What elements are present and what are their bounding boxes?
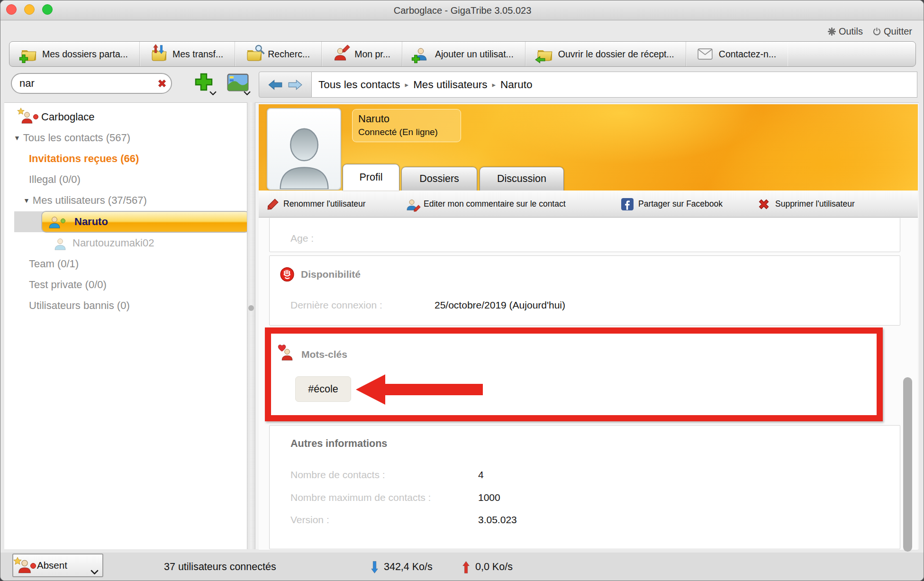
download-rate-value: 342,4 Ko/s xyxy=(384,561,433,573)
add-contact-button[interactable] xyxy=(188,72,219,96)
sidebar-item-label: Illegal (0/0) xyxy=(29,173,81,186)
sidebar-item-team[interactable]: Team (0/1) xyxy=(4,254,247,274)
breadcrumb-separator: ▸ xyxy=(405,81,409,89)
tab-dossiers[interactable]: Dossiers xyxy=(401,167,477,191)
quit-menu-button[interactable]: Quitter xyxy=(872,24,912,38)
sidebar-item-naruto-selected[interactable]: Naruto xyxy=(4,211,247,233)
window-title: Carboglace - GigaTribe 3.05.023 xyxy=(0,0,924,20)
sidebar-item-narutouzumaki02[interactable]: Narutouzumaki02 xyxy=(4,233,247,254)
chevron-down-icon xyxy=(244,91,251,95)
sidebar-item-label: Utilisateurs bannis (0) xyxy=(29,300,130,312)
rename-user-button[interactable]: Renommer l'utilisateur xyxy=(267,191,366,218)
splitter-handle[interactable] xyxy=(248,305,254,311)
profile-panel: Naruto Connecté (En ligne) Profil Dossie… xyxy=(255,102,919,549)
search-input[interactable] xyxy=(18,77,157,90)
profile-status: Connecté (En ligne) xyxy=(358,127,455,137)
sidebar-item-test-private[interactable]: Test private (0/0) xyxy=(4,274,247,295)
forward-arrow-icon[interactable] xyxy=(288,79,302,91)
breadcrumb-item-all-contacts[interactable]: Tous les contacts xyxy=(318,79,400,91)
other-info-title: Autres informations xyxy=(290,438,387,450)
toolbar-label: Mes transf... xyxy=(172,49,223,60)
avatar xyxy=(267,108,341,190)
toolbar-contact-us-button[interactable]: Contactez-n... xyxy=(686,42,788,66)
breadcrumb-separator: ▸ xyxy=(492,81,496,89)
breadcrumb: Tous les contacts ▸ Mes utilisateurs ▸ N… xyxy=(312,72,917,98)
expand-triangle-icon[interactable]: ▼ xyxy=(14,134,20,142)
tab-profil[interactable]: Profil xyxy=(343,164,399,191)
offline-avatar-icon xyxy=(54,236,67,250)
share-facebook-button[interactable]: Partager sur Facebook xyxy=(621,191,723,218)
toolbar-transfers-button[interactable]: Mes transf... xyxy=(140,42,235,66)
contacts-count-value: 4 xyxy=(478,469,484,481)
last-connection-value: 25/octobre/2019 (Aujourd'hui) xyxy=(435,300,565,311)
tools-menu-button[interactable]: Outils xyxy=(827,24,863,38)
gear-icon xyxy=(827,27,836,36)
toolbar-shared-folders-button[interactable]: Mes dossiers parta... xyxy=(9,42,140,66)
sidebar-item-self[interactable]: Carboglace xyxy=(4,107,247,127)
version-value: 3.05.023 xyxy=(478,514,517,526)
online-status-dot xyxy=(61,218,65,223)
gigatribe-hand-icon xyxy=(280,267,294,281)
red-x-icon xyxy=(757,198,770,211)
sidebar-item-label: Test private (0/0) xyxy=(29,279,107,291)
profile-name: Naruto xyxy=(358,113,455,125)
keyword-tag-ecole[interactable]: #école xyxy=(295,376,351,402)
sidebar-item-invitations[interactable]: Invitations reçues (66) xyxy=(4,148,247,169)
clear-search-icon[interactable] xyxy=(157,78,167,89)
profile-scroll-area: Age : Disponibilité Dernière connexion :… xyxy=(259,218,918,550)
shared-folders-icon xyxy=(21,46,38,62)
version-label: Version : xyxy=(290,514,329,526)
action-label: Editer mon commentaire sur le contact xyxy=(424,199,566,209)
facebook-icon xyxy=(621,198,634,210)
sidebar-item-illegal[interactable]: Illegal (0/0) xyxy=(4,169,247,190)
delete-user-button[interactable]: Supprimer l'utilisateur xyxy=(757,191,855,218)
sidebar-item-all-contacts[interactable]: ▼ Tous les contacts (567) xyxy=(4,127,247,148)
contact-search-field[interactable] xyxy=(11,73,172,94)
tab-discussion[interactable]: Discussion xyxy=(480,167,564,191)
expand-triangle-icon[interactable]: ▼ xyxy=(23,197,30,204)
breadcrumb-item-my-users[interactable]: Mes utilisateurs xyxy=(413,79,487,91)
breadcrumb-item-naruto[interactable]: Naruto xyxy=(500,79,533,91)
toolbar-label: Recherc... xyxy=(268,49,310,60)
max-contacts-value: 1000 xyxy=(478,492,500,503)
toolbar-open-inbox-button[interactable]: Ouvrir le dossier de récept... xyxy=(525,42,686,66)
keywords-title: Mots-clés xyxy=(301,349,347,360)
sidebar-item-banned-users[interactable]: Utilisateurs bannis (0) xyxy=(4,295,247,316)
power-icon xyxy=(872,27,881,36)
edit-comment-button[interactable]: Editer mon commentaire sur le contact xyxy=(406,191,566,218)
contacts-count-label: Nombre de contacts : xyxy=(290,469,385,481)
sidebar-item-my-users[interactable]: ▼ Mes utilisateurs (37/567) xyxy=(4,190,247,211)
contacts-sidebar: Carboglace ▼ Tous les contacts (567) Inv… xyxy=(4,102,247,549)
display-options-button[interactable] xyxy=(222,72,254,96)
presence-avatar-icon xyxy=(17,557,33,574)
identity-card: Age : xyxy=(269,218,900,252)
avatar-silhouette-icon xyxy=(276,127,333,189)
action-label: Renommer l'utilisateur xyxy=(283,199,366,209)
availability-card: Disponibilité Dernière connexion : 25/oc… xyxy=(269,255,900,326)
main-toolbar: Mes dossiers parta... Mes transf... Rech… xyxy=(9,41,916,67)
sidebar-item-label: Carboglace xyxy=(41,111,95,123)
chevron-down-icon xyxy=(91,570,99,574)
quit-label: Quitter xyxy=(884,26,912,37)
presence-dropdown[interactable]: Absent xyxy=(12,554,103,577)
sidebar-splitter[interactable] xyxy=(247,102,255,549)
picture-icon xyxy=(227,73,249,91)
green-plus-icon xyxy=(194,73,213,91)
vertical-scrollbar-thumb[interactable] xyxy=(903,377,912,552)
toolbar-add-user-button[interactable]: Ajouter un utilisat... xyxy=(402,42,525,66)
presence-label: Absent xyxy=(37,560,67,571)
heart-icon xyxy=(278,344,286,352)
keywords-person-heart-icon xyxy=(281,347,295,362)
back-arrow-icon[interactable] xyxy=(268,79,282,91)
toolbar-search-button[interactable]: Recherc... xyxy=(235,42,322,66)
toolbar-label: Ajouter un utilisat... xyxy=(435,49,514,60)
action-label: Partager sur Facebook xyxy=(638,199,723,209)
selection-gutter xyxy=(14,211,45,232)
toolbar-my-profile-button[interactable]: Mon pr... xyxy=(322,42,402,66)
last-connection-label: Dernière connexion : xyxy=(290,300,382,311)
chevron-down-icon xyxy=(209,91,217,95)
profile-banner: Naruto Connecté (En ligne) Profil Dossie… xyxy=(259,104,918,191)
star-badge-icon xyxy=(13,557,22,565)
sidebar-item-label: Naruto xyxy=(74,216,108,228)
keywords-annotation-box: Mots-clés #école xyxy=(265,327,883,421)
